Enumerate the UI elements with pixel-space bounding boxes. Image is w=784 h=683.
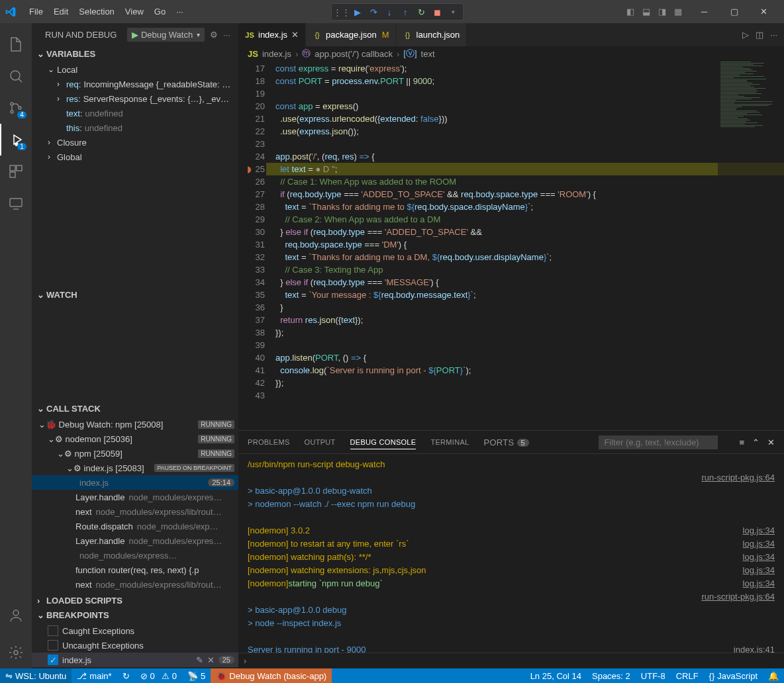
section-watch[interactable]: ⌄WATCH <box>32 287 238 302</box>
menu-view[interactable]: View <box>120 4 149 19</box>
vscode-icon <box>5 7 16 17</box>
bp-uncaught[interactable]: Uncaught Exceptions <box>32 638 238 653</box>
repl-chevron-icon[interactable]: › <box>244 656 246 666</box>
account-icon[interactable] <box>0 600 32 631</box>
more-icon[interactable]: ··· <box>223 30 230 40</box>
minimize-icon[interactable]: ─ <box>689 0 719 23</box>
search-icon[interactable] <box>0 60 32 92</box>
eol-status[interactable]: CRLF <box>671 668 704 683</box>
cs-root[interactable]: ⌄🐞 Debug Watch: npm [25008]RUNNING <box>32 417 238 432</box>
cs-frame[interactable]: Layer.handlenode_modules/expres… <box>32 490 238 504</box>
panel: PROBLEMS OUTPUT DEBUG CONSOLE TERMINAL P… <box>238 430 784 668</box>
layout-custom-icon[interactable]: ▦ <box>672 6 684 18</box>
bp-file[interactable]: ✓ index.js ✎ ✕ 25 <box>32 653 238 667</box>
scope-local[interactable]: ⌄Local <box>32 62 238 77</box>
menu-more[interactable]: ··· <box>171 4 189 19</box>
step-over-icon[interactable]: ↷ <box>368 6 379 18</box>
more-icon[interactable]: ··· <box>770 30 777 40</box>
cs-frame[interactable]: Layer.handlenode_modules/expres… <box>32 533 238 548</box>
stop-icon[interactable]: ◼ <box>431 6 443 18</box>
var-req[interactable]: ›req:IncomingMessage {_readableState: … <box>32 77 238 91</box>
maximize-icon[interactable]: ▢ <box>719 0 749 23</box>
edit-icon[interactable]: ✎ <box>196 655 203 665</box>
lang-status[interactable]: {}JavaScript <box>704 668 763 683</box>
run-icon[interactable]: ▷ <box>742 30 749 40</box>
cs-nodemon[interactable]: ⌄⚙ nodemon [25036]RUNNING <box>32 432 238 446</box>
problems-status[interactable]: ⊘0⚠0 <box>135 668 182 683</box>
menu-edit[interactable]: Edit <box>48 4 74 19</box>
remote-icon[interactable] <box>0 187 32 219</box>
drag-handle-icon[interactable]: ⋮⋮ <box>336 6 348 18</box>
sync-status[interactable]: ↻ <box>117 668 135 683</box>
tab-launch.json[interactable]: {}launch.json <box>397 23 467 46</box>
settings-icon[interactable] <box>0 637 32 668</box>
remove-icon[interactable]: ✕ <box>207 655 215 665</box>
checkbox-icon[interactable]: ✓ <box>48 655 58 665</box>
code-area[interactable]: const express = require('express');const… <box>275 61 784 430</box>
section-breakpoints[interactable]: ⌄BREAKPOINTS <box>32 608 238 622</box>
close-tab-icon[interactable]: ✕ <box>291 30 299 40</box>
menu-go[interactable]: Go <box>149 4 171 19</box>
tab-ports[interactable]: PORTS5 <box>483 435 528 450</box>
layout-secondary-icon[interactable]: ◨ <box>656 6 668 18</box>
close-icon[interactable]: ✕ <box>749 0 779 23</box>
var-this[interactable]: this:undefined <box>32 120 238 135</box>
restart-icon[interactable]: ↻ <box>415 6 427 18</box>
tab-package.json[interactable]: {}package.jsonM <box>306 23 396 46</box>
debug-config-select[interactable]: ▶ Debug Watch ▾ <box>127 28 205 42</box>
section-callstack[interactable]: ⌄CALL STACK <box>32 401 238 416</box>
cs-index[interactable]: ⌄⚙ index.js [25083]PAUSED ON BREAKPOINT <box>32 461 238 475</box>
branch-status[interactable]: ⎇main* <box>72 668 117 683</box>
menu-selection[interactable]: Selection <box>74 4 119 19</box>
scm-icon[interactable]: 4 <box>0 92 32 124</box>
cs-frame[interactable]: nextnode_modules/express/lib/rout… <box>32 504 238 519</box>
close-panel-icon[interactable]: ✕ <box>767 437 775 447</box>
step-into-icon[interactable]: ↓ <box>383 6 395 18</box>
tab-index.js[interactable]: JSindex.js✕ <box>238 23 306 46</box>
tab-output[interactable]: OUTPUT <box>305 435 336 449</box>
cursor-pos[interactable]: Ln 25, Col 14 <box>525 668 587 683</box>
cs-frame[interactable]: Route.dispatchnode_modules/exp… <box>32 519 238 533</box>
maximize-panel-icon[interactable]: ⌃ <box>752 437 760 447</box>
tab-terminal[interactable]: TERMINAL <box>430 435 469 449</box>
breadcrumb[interactable]: JS index.js› ⓜ app.post('/') callback› [… <box>238 46 784 61</box>
extensions-icon[interactable] <box>0 156 32 187</box>
explorer-icon[interactable] <box>0 28 32 60</box>
layout-panel-icon[interactable]: ⬓ <box>640 6 652 18</box>
ports-status[interactable]: 📡5 <box>182 668 211 683</box>
debug-icon[interactable]: 1 <box>0 124 32 156</box>
encoding-status[interactable]: UTF-8 <box>636 668 671 683</box>
cs-npm[interactable]: ⌄⚙ npm [25059]RUNNING <box>32 446 238 461</box>
tab-debug-console[interactable]: DEBUG CONSOLE <box>350 435 416 449</box>
checkbox-icon[interactable] <box>48 640 58 651</box>
notifications-icon[interactable]: 🔔 <box>763 668 784 683</box>
gear-icon[interactable]: ⚙ <box>210 30 218 40</box>
continue-icon[interactable]: ▶ <box>352 6 364 18</box>
tab-problems[interactable]: PROBLEMS <box>248 435 290 449</box>
layout-primary-icon[interactable]: ◧ <box>624 6 636 18</box>
cs-frame[interactable]: function router(req, res, next) {.p <box>32 563 238 577</box>
section-loaded[interactable]: ›LOADED SCRIPTS <box>32 593 238 608</box>
debug-console[interactable]: /usr/bin/npm run-script debug-watchrun-s… <box>238 454 784 653</box>
section-variables[interactable]: ⌄VARIABLES <box>32 46 238 61</box>
step-out-icon[interactable]: ↑ <box>399 6 411 18</box>
filter-settings-icon[interactable]: ≡ <box>739 437 744 447</box>
var-text[interactable]: text:undefined <box>32 106 238 120</box>
minimap[interactable] <box>718 61 784 430</box>
checkbox-icon[interactable] <box>48 625 58 636</box>
split-icon[interactable]: ◫ <box>756 30 763 40</box>
var-res[interactable]: ›res:ServerResponse {_events: {…}, _ev… <box>32 91 238 106</box>
debug-status[interactable]: 🐞Debug Watch (basic-app) <box>211 668 332 683</box>
scope-closure[interactable]: ›Closure <box>32 135 238 150</box>
menu-file[interactable]: File <box>24 4 48 19</box>
scope-global[interactable]: ›Global <box>32 150 238 164</box>
bp-caught[interactable]: Caught Exceptions <box>32 623 238 638</box>
remote-status[interactable]: ⇋WSL: Ubuntu <box>0 668 72 683</box>
gutter[interactable]: 1718192021222324◗25262728293031323334353… <box>238 61 275 430</box>
cs-frame[interactable]: node_modules/express… <box>32 548 238 563</box>
cs-frame[interactable]: index.js25:14 <box>32 475 238 490</box>
cs-frame[interactable]: nextnode_modules/express/lib/rout… <box>32 577 238 592</box>
filter-input[interactable] <box>599 435 718 449</box>
dropdown-icon[interactable]: ▾ <box>447 6 459 18</box>
indent-status[interactable]: Spaces: 2 <box>587 668 636 683</box>
